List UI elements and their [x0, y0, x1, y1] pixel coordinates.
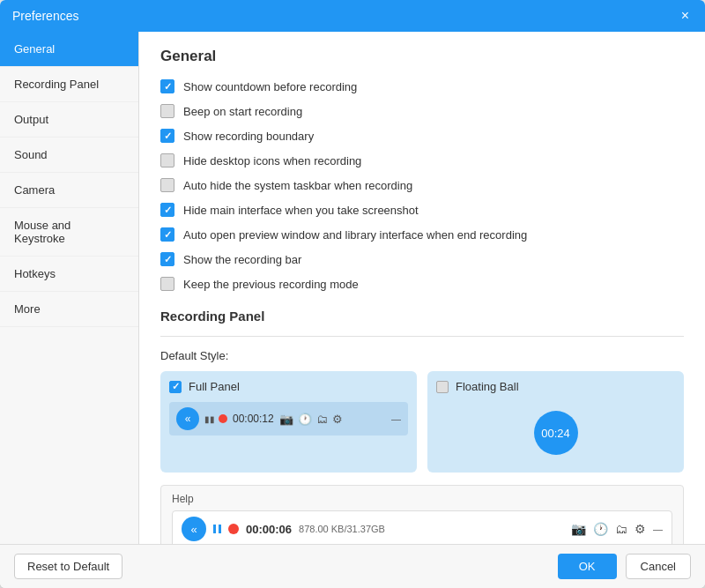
help-back-btn: « [182, 517, 206, 541]
sidebar-item-sound[interactable]: Sound [0, 138, 138, 173]
checkbox-hide-taskbar-label: Auto hide the system taskbar when record… [183, 179, 412, 192]
full-panel-preview: « ▮▮ 00:00:12 📷 🕐 🗂 ⚙ [169, 402, 408, 435]
help-gear-icon: ⚙ [634, 522, 646, 536]
content-area: General Show countdown before recording … [139, 32, 705, 544]
checkbox-row-hide-taskbar: Auto hide the system taskbar when record… [160, 178, 684, 192]
checkbox-show-bar-label: Show the recording bar [183, 253, 301, 266]
help-pause-bar-right [219, 525, 221, 533]
ok-button[interactable]: OK [558, 554, 617, 579]
checkbox-boundary-label: Show recording boundary [183, 130, 314, 143]
general-title: General [160, 48, 684, 65]
help-size: 878.00 KB/31.37GB [299, 524, 564, 534]
checkbox-keep-mode[interactable] [160, 277, 174, 291]
checkbox-row-beep: Beep on start recording [160, 104, 684, 118]
footer: Reset to Default OK Cancel [0, 544, 705, 588]
checkbox-auto-open[interactable] [160, 227, 174, 242]
checkbox-beep[interactable] [160, 104, 174, 118]
recording-panel-section: Recording Panel Default Style: Full Pane… [160, 309, 684, 544]
help-icons: 📷 🕐 🗂 ⚙ [571, 522, 646, 536]
checkbox-row-hide-interface: Hide main interface when you take screen… [160, 203, 684, 217]
floating-ball-preview: 00:24 [436, 402, 675, 464]
sidebar-item-hotkeys[interactable]: Hotkeys [0, 257, 138, 292]
panel-option-floating-header: Floating Ball [436, 380, 675, 393]
checkbox-beep-label: Beep on start recording [183, 105, 302, 118]
checkbox-row-boundary: Show recording boundary [160, 129, 684, 143]
sidebar-item-general[interactable]: General [0, 32, 138, 67]
default-style-label: Default Style: [160, 349, 684, 362]
recording-panel-title: Recording Panel [160, 309, 684, 327]
help-stop-circle [228, 524, 239, 534]
checkbox-hide-interface[interactable] [160, 203, 174, 217]
title-bar: Preferences × [0, 0, 705, 32]
checkbox-show-bar[interactable] [160, 252, 174, 266]
reset-button[interactable]: Reset to Default [14, 554, 122, 579]
mini-icons: 📷 🕐 🗂 ⚙ [279, 413, 343, 426]
panel-option-full-header: Full Panel [169, 380, 408, 393]
checkbox-row-hide-icons: Hide desktop icons when recording [160, 153, 684, 167]
mini-controls: ▮▮ [204, 414, 227, 424]
help-bar: « 00:00:06 878.00 KB/31.37GB 📷 🕐 🗂 [172, 510, 672, 544]
clock-icon: 🕐 [298, 413, 312, 426]
mini-back-btn: « [176, 407, 199, 430]
checkbox-row-auto-open: Auto open preview window and library int… [160, 227, 684, 242]
mini-time: 00:00:12 [233, 413, 274, 425]
help-clock-icon: 🕐 [593, 522, 608, 536]
sidebar-item-mouse-keystroke[interactable]: Mouse and Keystroke [0, 208, 138, 257]
floating-ball-label: Floating Ball [456, 380, 519, 393]
help-section: Help « 00:00:06 878.00 KB/31.37GB 📷 🕐 [160, 485, 684, 544]
checkbox-hide-icons[interactable] [160, 153, 174, 167]
preferences-dialog: Preferences × General Recording Panel Ou… [0, 0, 705, 588]
mini-pause-icon: ▮▮ [204, 414, 215, 424]
checkbox-hide-icons-label: Hide desktop icons when recording [183, 154, 361, 167]
help-pause-controls [213, 525, 221, 533]
help-time: 00:00:06 [246, 523, 292, 536]
sidebar-item-camera[interactable]: Camera [0, 173, 138, 208]
folder-icon: 🗂 [316, 413, 328, 426]
panel-options: Full Panel « ▮▮ 00:00:12 📷 🕐 [160, 371, 684, 473]
sidebar-item-recording-panel[interactable]: Recording Panel [0, 67, 138, 102]
full-panel-label: Full Panel [189, 380, 240, 393]
help-label: Help [172, 493, 672, 505]
divider [160, 336, 684, 337]
panel-option-full[interactable]: Full Panel « ▮▮ 00:00:12 📷 🕐 [160, 371, 417, 473]
dialog-title: Preferences [12, 9, 78, 23]
checkbox-hide-taskbar[interactable] [160, 178, 174, 192]
checkbox-countdown-label: Show countdown before recording [183, 80, 357, 93]
help-minimize-icon: — [653, 524, 663, 534]
checkbox-auto-open-label: Auto open preview window and library int… [183, 228, 527, 242]
help-camera-icon: 📷 [571, 522, 586, 536]
sidebar-item-output[interactable]: Output [0, 102, 138, 138]
close-button[interactable]: × [678, 7, 693, 25]
main-content: General Recording Panel Output Sound Cam… [0, 32, 705, 544]
checkbox-boundary[interactable] [160, 129, 174, 143]
cancel-button[interactable]: Cancel [626, 554, 691, 579]
checkbox-full-panel[interactable] [169, 381, 182, 393]
help-folder-icon: 🗂 [615, 522, 627, 536]
checkbox-row-show-bar: Show the recording bar [160, 252, 684, 266]
checkbox-hide-interface-label: Hide main interface when you take screen… [183, 204, 419, 217]
panel-option-floating[interactable]: Floating Ball 00:24 [427, 371, 684, 473]
gear-icon: ⚙ [332, 413, 343, 426]
camera-icon: 📷 [279, 413, 293, 426]
checkbox-countdown[interactable] [160, 79, 174, 93]
floating-ball-circle: 00:24 [534, 411, 578, 455]
mini-minimize-icon: — [391, 413, 401, 424]
help-pause-bar-left [213, 525, 216, 533]
checkbox-floating-ball[interactable] [436, 381, 449, 393]
checkbox-row-countdown: Show countdown before recording [160, 79, 684, 93]
checkbox-keep-mode-label: Keep the previous recording mode [183, 278, 359, 291]
checkbox-row-keep-mode: Keep the previous recording mode [160, 277, 684, 291]
sidebar: General Recording Panel Output Sound Cam… [0, 32, 139, 544]
mini-stop-icon [219, 414, 227, 423]
sidebar-item-more[interactable]: More [0, 292, 138, 327]
footer-right: OK Cancel [558, 554, 691, 579]
